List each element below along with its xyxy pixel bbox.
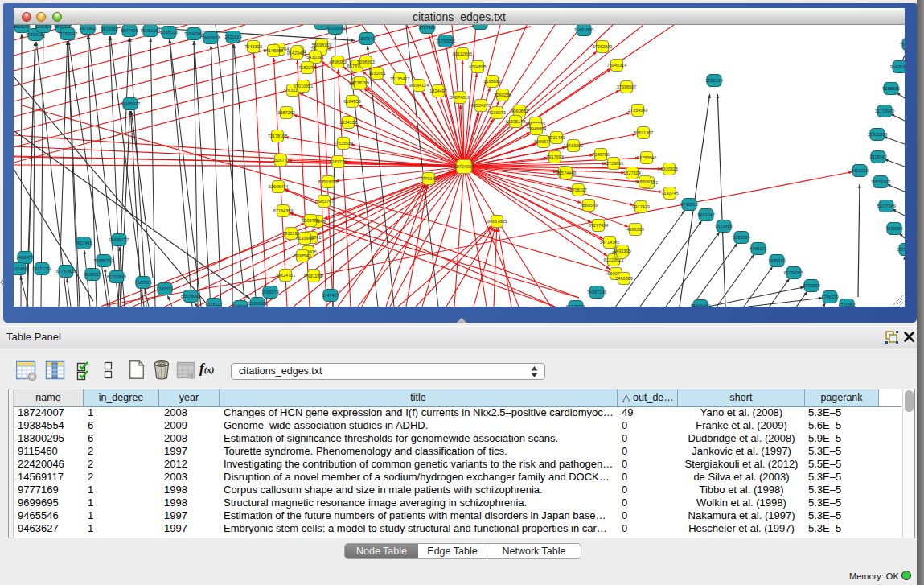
svg-text:9636057: 9636057 <box>84 272 101 277</box>
svg-text:1491905: 1491905 <box>614 249 630 253</box>
svg-text:00524278: 00524278 <box>471 103 491 108</box>
svg-text:4738299: 4738299 <box>351 80 368 85</box>
svg-text:3747407: 3747407 <box>322 293 339 298</box>
svg-text:04499727: 04499727 <box>109 237 129 242</box>
svg-text:62729806: 62729806 <box>604 161 623 166</box>
svg-text:94406409: 94406409 <box>691 303 710 307</box>
svg-text:5674680: 5674680 <box>471 25 488 26</box>
svg-text:76945314: 76945314 <box>607 63 626 68</box>
svg-text:83503056: 83503056 <box>318 179 338 184</box>
svg-text:39502402: 39502402 <box>871 179 890 184</box>
svg-text:7839084: 7839084 <box>885 226 902 231</box>
svg-text:0932480: 0932480 <box>14 266 27 271</box>
svg-text:6998543: 6998543 <box>294 253 310 258</box>
svg-text:3685160: 3685160 <box>768 258 785 263</box>
svg-text:54145868: 54145868 <box>264 48 283 53</box>
svg-text:9821465: 9821465 <box>75 241 92 245</box>
svg-text:81754965: 81754965 <box>784 270 803 275</box>
svg-text:8708317: 8708317 <box>569 187 586 192</box>
svg-text:25135427: 25135427 <box>390 76 409 81</box>
svg-text:60385977: 60385977 <box>121 101 140 106</box>
svg-text:75869261: 75869261 <box>900 42 905 47</box>
svg-text:99091334: 99091334 <box>141 28 160 33</box>
svg-text:47525534: 47525534 <box>334 141 353 146</box>
svg-text:13493618: 13493618 <box>201 35 220 40</box>
svg-text:57262849: 57262849 <box>593 44 612 49</box>
svg-text:53755646: 53755646 <box>637 155 656 160</box>
svg-text:32931839: 32931839 <box>868 132 887 137</box>
svg-text:9912419: 9912419 <box>632 204 649 209</box>
svg-text:00766177: 00766177 <box>897 247 905 252</box>
svg-text:62386922: 62386922 <box>248 301 267 306</box>
svg-text:02606474: 02606474 <box>269 184 288 189</box>
svg-text:6193990: 6193990 <box>296 236 313 241</box>
svg-text:1969379: 1969379 <box>261 290 278 295</box>
svg-text:71906594: 71906594 <box>326 26 345 31</box>
svg-text:87234309: 87234309 <box>273 208 293 213</box>
svg-text:3285884: 3285884 <box>733 235 749 240</box>
svg-text:55698169: 55698169 <box>312 43 331 47</box>
svg-text:9413186: 9413186 <box>101 27 117 31</box>
svg-text:1031051: 1031051 <box>368 71 385 76</box>
svg-text:55886753: 55886753 <box>94 258 113 263</box>
svg-text:5098393: 5098393 <box>357 60 374 64</box>
svg-text:34957885: 34957885 <box>487 219 507 224</box>
svg-text:80831367: 80831367 <box>634 130 653 135</box>
svg-text:4711382: 4711382 <box>838 303 855 307</box>
svg-text:8721489: 8721489 <box>548 135 565 140</box>
svg-text:1824493: 1824493 <box>429 89 446 93</box>
svg-text:62702895: 62702895 <box>107 274 126 279</box>
svg-text:3518233: 3518233 <box>14 25 31 29</box>
svg-text:7917693: 7917693 <box>546 154 563 159</box>
svg-text:9421047: 9421047 <box>697 212 714 217</box>
svg-text:4005045: 4005045 <box>232 304 248 307</box>
svg-text:27354549: 27354549 <box>628 108 647 113</box>
svg-text:71756551: 71756551 <box>436 39 455 43</box>
svg-text:1592124: 1592124 <box>705 78 722 83</box>
svg-text:3158692: 3158692 <box>483 79 500 84</box>
svg-text:73178108: 73178108 <box>268 134 287 138</box>
svg-text:13953767: 13953767 <box>314 199 334 204</box>
svg-text:80112805: 80112805 <box>453 51 472 56</box>
svg-text:13433200: 13433200 <box>564 143 583 148</box>
svg-text:77752047: 77752047 <box>58 31 77 36</box>
svg-text:2260256: 2260256 <box>494 93 511 97</box>
svg-text:4060883: 4060883 <box>511 109 528 113</box>
svg-text:2328120: 2328120 <box>160 30 177 35</box>
svg-text:1745961: 1745961 <box>156 286 173 291</box>
svg-text:6184959: 6184959 <box>343 99 360 104</box>
svg-text:7193745: 7193745 <box>661 191 678 196</box>
svg-text:0330923: 0330923 <box>660 167 677 171</box>
svg-text:18724007: 18724007 <box>454 164 474 169</box>
svg-text:2787429: 2787429 <box>418 25 435 30</box>
svg-text:4896383: 4896383 <box>329 60 346 64</box>
svg-text:5158506: 5158506 <box>882 86 899 91</box>
svg-text:01429401: 01429401 <box>287 51 306 56</box>
svg-text:7889579: 7889579 <box>580 203 597 208</box>
svg-text:34714345: 34714345 <box>600 240 619 245</box>
svg-text:3482477: 3482477 <box>16 255 33 260</box>
svg-text:1326773: 1326773 <box>272 158 289 163</box>
svg-text:1399049: 1399049 <box>358 36 375 41</box>
svg-text:61595148: 61595148 <box>506 119 525 124</box>
svg-text:67737826: 67737826 <box>56 269 76 274</box>
svg-text:9283276: 9283276 <box>329 159 346 164</box>
svg-text:96405377: 96405377 <box>890 64 905 69</box>
svg-text:7182278: 7182278 <box>298 65 315 70</box>
svg-text:37996507: 37996507 <box>617 84 636 89</box>
svg-text:1034131: 1034131 <box>339 120 356 125</box>
svg-text:7770143: 7770143 <box>420 176 437 181</box>
svg-text:3529042: 3529042 <box>869 154 886 159</box>
svg-text:86578091: 86578091 <box>181 294 200 299</box>
svg-text:81177589: 81177589 <box>877 204 896 208</box>
svg-text:13171274: 13171274 <box>32 266 51 271</box>
svg-text:7346706: 7346706 <box>592 152 609 157</box>
svg-text:2421024: 2421024 <box>224 35 241 39</box>
svg-text:9743953: 9743953 <box>680 202 697 207</box>
svg-text:74367136: 74367136 <box>587 290 606 295</box>
svg-text:1627204: 1627204 <box>623 171 640 175</box>
svg-text:85574443: 85574443 <box>556 171 576 175</box>
svg-text:1671902: 1671902 <box>79 26 96 31</box>
svg-text:49894134: 49894134 <box>26 32 45 37</box>
svg-text:29946804: 29946804 <box>527 126 546 131</box>
